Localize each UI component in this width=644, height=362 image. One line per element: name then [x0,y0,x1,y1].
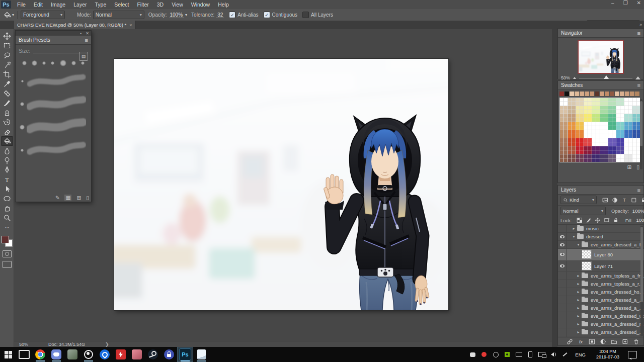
zoom-in-icon[interactable] [635,76,640,79]
color-swatch[interactable] [632,98,636,102]
color-swatch[interactable] [572,106,576,110]
link-layers-icon[interactable] [567,338,573,345]
color-swatch[interactable] [576,142,580,146]
color-swatch[interactable] [592,146,596,150]
color-swatch[interactable] [608,114,612,118]
color-swatch[interactable] [632,126,636,130]
menu-layer[interactable]: Layer [69,0,91,9]
color-swatch[interactable] [596,98,600,102]
color-swatch[interactable] [565,92,569,96]
visibility-toggle[interactable] [558,249,567,260]
color-swatch[interactable] [620,102,624,106]
add-layer-mask-icon[interactable] [589,338,595,345]
color-swatch[interactable] [564,114,568,118]
swatch-grid[interactable] [559,98,640,162]
zoom-out-icon[interactable] [573,77,576,79]
color-swatch[interactable] [580,92,584,96]
color-swatch[interactable] [624,126,628,130]
color-swatch[interactable] [570,92,574,96]
new-layer-icon[interactable] [622,338,628,345]
color-swatch[interactable] [620,114,624,118]
swatches-scrollbar[interactable] [640,99,642,169]
color-swatch[interactable] [620,154,624,158]
color-swatch[interactable] [620,142,624,146]
color-swatch[interactable] [608,98,612,102]
color-swatch[interactable] [560,98,564,102]
visibility-toggle[interactable] [558,280,567,288]
color-swatch[interactable] [612,122,616,126]
color-swatch[interactable] [592,106,596,110]
eraser-tool[interactable] [1,127,13,136]
color-swatch[interactable] [596,146,600,150]
color-swatch[interactable] [600,154,604,158]
layer-row[interactable]: Layer 80 [558,249,643,260]
color-swatch[interactable] [588,138,592,142]
color-swatch[interactable] [608,106,612,110]
color-swatch[interactable] [632,106,636,110]
color-swatch[interactable] [576,158,580,162]
color-swatch[interactable] [620,146,624,150]
color-swatch[interactable] [624,150,628,154]
color-swatch[interactable] [596,158,600,162]
new-adjustment-layer-icon[interactable] [600,338,606,345]
zoom-tool[interactable] [1,213,13,222]
visibility-toggle[interactable] [558,225,567,232]
color-swatch[interactable] [628,142,632,146]
color-swatch[interactable] [620,126,624,130]
stroke-view-icon[interactable]: ✎ [55,195,60,201]
color-swatch[interactable] [576,154,580,158]
color-swatch[interactable] [584,158,588,162]
color-swatch[interactable] [636,110,640,114]
layer-thumbnail[interactable] [582,250,592,259]
visibility-toggle[interactable] [558,336,567,337]
color-swatch[interactable] [568,110,572,114]
color-swatch[interactable] [624,134,628,138]
color-swatch[interactable] [620,98,624,102]
color-swatch[interactable] [568,130,572,134]
color-swatch[interactable] [576,138,580,142]
color-swatch[interactable] [572,118,576,122]
filter-type-layers-icon[interactable]: T [621,197,627,203]
color-swatch[interactable] [584,110,588,114]
checkbox-all-layers[interactable]: All Layers [302,12,333,18]
expand-group-icon[interactable]: ▸ [576,306,581,310]
color-swatch[interactable] [584,150,588,154]
color-swatch[interactable] [636,130,640,134]
color-swatch[interactable] [580,146,584,150]
color-swatch[interactable] [568,114,572,118]
color-swatch[interactable] [588,98,592,102]
color-swatch[interactable] [560,106,564,110]
color-swatch[interactable] [580,142,584,146]
paint-bucket-tool-icon[interactable] [3,11,11,19]
color-swatch[interactable] [568,154,572,158]
color-swatch[interactable] [572,134,576,138]
delete-layer-icon[interactable] [633,338,639,345]
menu-3d[interactable]: 3D [153,0,168,9]
color-swatch[interactable] [612,158,616,162]
color-swatch[interactable] [624,110,628,114]
color-swatch[interactable] [620,158,624,162]
color-swatch[interactable] [632,142,636,146]
dodge-tool[interactable] [1,155,13,165]
expand-group-icon[interactable]: ▸ [576,274,581,278]
color-swatch[interactable] [608,146,612,150]
pen-tool[interactable] [1,165,13,174]
color-swatch[interactable] [560,114,564,118]
color-swatch[interactable] [608,126,612,130]
tray-pen-ink-icon[interactable] [561,351,569,358]
color-swatch[interactable] [568,122,572,126]
color-swatch[interactable] [612,106,616,110]
color-swatch[interactable] [600,122,604,126]
color-swatch[interactable] [576,146,580,150]
visibility-toggle[interactable] [558,288,567,296]
color-swatch[interactable] [572,130,576,134]
type-tool[interactable]: T [1,174,13,184]
color-swatch[interactable] [580,114,584,118]
expand-group-icon[interactable]: ▸ [576,330,581,334]
color-swatch[interactable] [596,106,600,110]
hand-tool[interactable] [1,203,13,213]
color-swatch[interactable] [572,126,576,130]
zoom-slider-handle[interactable] [604,75,609,79]
color-swatch[interactable] [568,138,572,142]
color-swatch[interactable] [584,142,588,146]
